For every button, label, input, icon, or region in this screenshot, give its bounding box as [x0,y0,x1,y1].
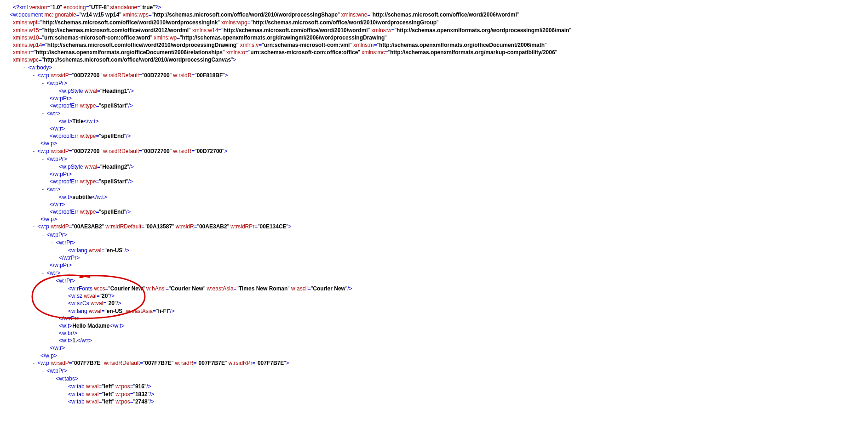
p3-r: - <w:r> [4,269,864,277]
xml-decl-line: <?xml version="1.0" encoding="UTF-8" sta… [4,4,864,11]
p3-sz: <w:sz w:val="20"/> [4,292,864,300]
p3-rfonts: <w:rFonts w:cs="Courier New" w:hAnsi="Co… [4,285,864,292]
p1-prooferr-start: <w:proofErr w:type="spellStart"/> [4,102,864,109]
collapse-toggle[interactable]: - [22,64,27,72]
p4-tab3: <w:tab w:val="left" w:pos="2748"/> [4,398,864,405]
collapse-toggle[interactable]: - [31,360,36,367]
p1-r-close: </w:r> [4,125,864,132]
collapse-toggle[interactable]: - [50,278,54,285]
p3-br: <w:br/> [4,329,864,337]
doc-ns-line-7: xmlns:wpc="http://schemas.microsoft.com/… [4,56,864,63]
p2-close: </w:p> [4,216,864,223]
body-open: - <w:body> [4,64,864,72]
p1-t: <w:t>Title</w:t> [4,118,864,125]
collapse-toggle[interactable]: - [31,148,36,155]
p2-ppr: - <w:pPr> [4,155,864,163]
p1-ppr: - <w:pPr> [4,80,864,87]
p3-ppr-rpr: - <w:rPr> [4,239,864,247]
doc-ns-line-4: xmlns:w10="urn:schemas-microsoft-com:off… [4,34,864,41]
p4-tabs: - <w:tabs> [4,375,864,383]
p2-prooferr-end: <w:proofErr w:type="spellEnd"/> [4,208,864,216]
p3-r-rpr: - <w:rPr> [4,277,864,285]
p3-ppr: - <w:pPr> [4,231,864,239]
p2-pstyle: <w:pStyle w:val="Heading2"/> [4,163,864,170]
collapse-toggle[interactable]: - [40,368,45,375]
p4-open: - <w:p w:rsidP="007F7B7E" w:rsidRDefault… [4,359,864,367]
p1-pstyle: <w:pStyle w:val="Heading1"/> [4,87,864,95]
collapse-toggle[interactable]: - [50,239,54,247]
collapse-toggle[interactable]: - [4,11,8,19]
p3-ppr-lang: <w:lang w:val="en-US"/> [4,247,864,254]
doc-ns-line-3: xmlns:w15="http://schemas.microsoft.com/… [4,27,864,34]
collapse-toggle[interactable]: - [50,375,54,383]
p4-ppr: - <w:pPr> [4,367,864,375]
p3-t1: <w:t>Hello Madame</w:t> [4,322,864,329]
p2-ppr-close: </w:pPr> [4,170,864,178]
p1-r: - <w:r> [4,110,864,118]
p4-tab1: <w:tab w:val="left" w:pos="916"/> [4,383,864,390]
p3-r-rpr-close: </w:rPr> [4,315,864,322]
p3-close: </w:p> [4,352,864,359]
collapse-toggle[interactable]: - [31,72,36,80]
p3-t2: <w:t>1.</w:t> [4,337,864,344]
p1-open: - <w:p w:rsidP="00D72700" w:rsidRDefault… [4,72,864,80]
collapse-toggle[interactable]: - [40,110,45,118]
p2-r-close: </w:r> [4,201,864,208]
doc-open-line: - <w:document mc:Ignorable="w14 w15 wp14… [4,11,864,19]
p3-r-close: </w:r> [4,344,864,352]
collapse-toggle[interactable]: - [40,80,45,87]
doc-ns-line-2: xmlns:wpi="http://schemas.microsoft.com/… [4,19,864,26]
p1-prooferr-end: <w:proofErr w:type="spellEnd"/> [4,132,864,140]
p1-close: </w:p> [4,140,864,147]
p3-ppr-rpr-close: </w:rPr> [4,254,864,261]
p3-lang2: <w:lang w:val="en-US" w:eastAsia="fi-FI"… [4,307,864,315]
collapse-toggle[interactable]: - [40,270,45,277]
collapse-toggle[interactable]: - [40,232,45,239]
p3-ppr-close: </w:pPr> [4,261,864,269]
p2-prooferr-start: <w:proofErr w:type="spellStart"/> [4,178,864,185]
p2-open: - <w:p w:rsidP="00D72700" w:rsidRDefault… [4,148,864,155]
collapse-toggle[interactable]: - [40,186,45,193]
p3-open: - <w:p w:rsidP="00AE3AB2" w:rsidRDefault… [4,223,864,231]
p4-tab2: <w:tab w:val="left" w:pos="1832"/> [4,391,864,398]
p1-ppr-close: </w:pPr> [4,95,864,102]
p2-t: <w:t>subtitle</w:t> [4,193,864,201]
collapse-toggle[interactable]: - [40,156,45,163]
collapse-toggle[interactable]: - [31,223,36,231]
doc-ns-line-5: xmlns:wp14="http://schemas.microsoft.com… [4,41,864,49]
p3-szcs: <w:szCs w:val="20"/> [4,300,864,307]
doc-ns-line-6: xmlns:r="http://schemas.openxmlformats.o… [4,49,864,56]
p2-r: - <w:r> [4,186,864,193]
